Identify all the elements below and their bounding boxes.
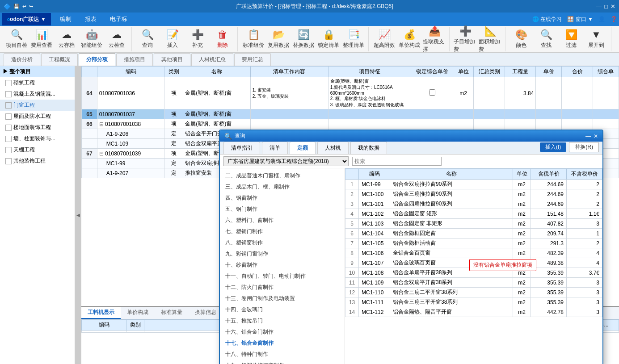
dialog-left-item-active[interactable]: 十七、铝合金窗制作 <box>220 338 345 349</box>
dialog-row-code: MC1-106 <box>359 248 390 258</box>
dialog-row-no: 1 <box>345 180 359 189</box>
dialog-row-name: 铝合金隔热、隔音平开窗 <box>390 307 513 317</box>
dialog-insert-btn[interactable]: 插入(I) <box>540 142 566 152</box>
dialog-table-row[interactable]: 2 MC1-100 铝合金三扇推拉窗90系列 m2 244.69 2 <box>345 189 602 199</box>
dialog-minimize-btn[interactable]: — <box>585 133 591 139</box>
dialog-left-item[interactable]: 三、成品木门、框、扇制作 <box>220 181 345 192</box>
dialog-left-item[interactable]: 七、塑钢门制作 <box>220 226 345 237</box>
dialog-row-name: 全铝合金百页窗 <box>390 248 513 258</box>
dialog-left-item[interactable]: 十四、全玻璃门 <box>220 304 345 315</box>
dialog-row-code: MC1-99 <box>359 180 390 189</box>
dialog-row-tax-price: 244.69 <box>531 180 567 189</box>
dialog-table-row[interactable]: 12 MC1-110 铝合金三扇二平开窗38系列 m2 355.39 3 <box>345 288 602 297</box>
dialog-title-bar: 🔍 查询 — ✕ <box>220 130 602 142</box>
dialog-row-code: MC1-108 <box>359 268 390 278</box>
dialog-row-no: 13 <box>345 297 359 307</box>
dialog-row-notax-price: 4 <box>567 248 602 258</box>
dialog-row-tax-price: 151.48 <box>531 209 567 219</box>
dialog-table-row[interactable]: 7 MC1-105 铝合金隐框活动窗 m2 291.3 2 <box>345 238 602 248</box>
dialog-row-name: 铝合金三扇推拉窗90系列 <box>390 189 513 199</box>
dialog-left-item[interactable]: 二、成品普通木门窗框、扇制作 <box>220 170 345 181</box>
dialog-table-row[interactable]: 11 MC1-109 铝合金双扇平开窗38系列 m2 355.39 3 <box>345 278 602 288</box>
dialog-row-notax-price: 3 <box>567 288 602 297</box>
dialog-row-name: 铝合金四扇推拉窗90系列 <box>390 199 513 209</box>
dialog-row-no: 3 <box>345 199 359 209</box>
dialog-row-no: 7 <box>345 238 359 248</box>
dialog-row-name: 铝合金双扇平开窗38系列 <box>390 278 513 288</box>
dialog-search-toolbar: 广东省房屋建筑与装饰工程综合定额(2018) <box>220 155 602 168</box>
dialog-col-name: 名称 <box>390 169 513 180</box>
dialog-table-row[interactable]: 6 MC1-104 铝合金隐框固定窗 m2 209.74 1 <box>345 229 602 238</box>
dialog-left-item[interactable]: 四、钢窗制作 <box>220 192 345 204</box>
dialog-row-code: MC1-107 <box>359 258 390 268</box>
dialog-left-item[interactable]: 十二、防火门窗制作 <box>220 282 345 293</box>
dialog-row-notax-price: 2 <box>567 199 602 209</box>
dialog-row-no: 2 <box>345 189 359 199</box>
dialog-left-item[interactable]: 十、纱窗制作 <box>220 259 345 271</box>
dialog-row-name: 铝合金固定窗 矩形 <box>390 209 513 219</box>
dialog-row-tax-price: 355.39 <box>531 297 567 307</box>
dialog-row-no: 5 <box>345 219 359 229</box>
dialog-replace-btn[interactable]: 替换(R) <box>569 142 599 152</box>
dialog-row-code: MC1-112 <box>359 307 390 317</box>
dialog-title-text: 查询 <box>235 132 245 140</box>
dialog-left-item[interactable]: 八、塑钢窗制作 <box>220 237 345 248</box>
dialog-row-tax-price: 244.69 <box>531 199 567 209</box>
dialog-row-no: 8 <box>345 248 359 258</box>
dialog-table-row[interactable]: 8 MC1-106 全铝合金百页窗 m2 482.39 4 <box>345 248 602 258</box>
dialog-left-item[interactable]: 十五、推拉吊门 <box>220 315 345 326</box>
dialog-row-notax-price: 2 <box>567 189 602 199</box>
dialog-row-tax-price: 442.78 <box>531 307 567 317</box>
dialog-left-item[interactable]: 十八、特种门制作 <box>220 349 345 360</box>
dialog-row-unit: m2 <box>513 288 531 297</box>
dialog-row-unit: m2 <box>513 278 531 288</box>
dialog-table-row[interactable]: 1 MC1-99 铝合金双扇推拉窗90系列 m2 244.69 2 <box>345 180 602 189</box>
dialog-row-unit: m2 <box>513 297 531 307</box>
dialog-quota-table: 编码 名称 单位 含税单价 不含税单价 1 MC1-99 铝合金双扇推拉窗90系… <box>345 168 602 317</box>
dialog-tab-bar: 清单指引 清单 定额 人材机 我的数据 插入(I) 替换(R) <box>220 142 602 155</box>
dialog-left-item[interactable]: 五、钢门制作 <box>220 204 345 215</box>
dialog-left-item[interactable]: 九、彩钢门窗制作 <box>220 248 345 259</box>
dialog-row-unit: m2 <box>513 248 531 258</box>
dialog-table-row[interactable]: 3 MC1-101 铝合金四扇推拉窗90系列 m2 244.69 2 <box>345 199 602 209</box>
dialog-row-no: 9 <box>345 258 359 268</box>
dialog-row-tax-price: 209.74 <box>531 229 567 238</box>
dialog-row-code: MC1-105 <box>359 238 390 248</box>
dialog-close-btn[interactable]: ✕ <box>594 133 598 139</box>
dialog-row-notax-price: 2 <box>567 238 602 248</box>
dialog-tab-quota[interactable]: 定额 <box>290 142 316 154</box>
dialog-table-row[interactable]: 4 MC1-102 铝合金固定窗 矩形 m2 151.48 1.1€ <box>345 209 602 219</box>
dialog-quota-select[interactable]: 广东省房屋建筑与装饰工程综合定额(2018) <box>223 156 349 166</box>
dialog-row-name: 铝合金固定窗 非矩形 <box>390 219 513 229</box>
dialog-left-item[interactable]: 十三、卷闸门制作及电动装置 <box>220 293 345 304</box>
dialog-col-tax-price: 含税单价 <box>531 169 567 180</box>
dialog-row-name: 铝合金隐框活动窗 <box>390 238 513 248</box>
dialog-row-code: MC1-101 <box>359 199 390 209</box>
dialog-row-notax-price: 2 <box>567 180 602 189</box>
dialog-row-tax-price: 355.39 <box>531 288 567 297</box>
dialog-left-item[interactable]: 十六、铝合金门制作 <box>220 326 345 338</box>
dialog-row-unit: m2 <box>513 189 531 199</box>
dialog-row-tax-price: 407.82 <box>531 219 567 229</box>
dialog-tab-materials[interactable]: 人材机 <box>317 142 349 154</box>
dialog-left-menu: 二、成品普通木门窗框、扇制作 三、成品木门、框、扇制作 四、钢窗制作 五、钢门制… <box>220 168 345 364</box>
dialog-table-row[interactable]: 5 MC1-103 铝合金固定窗 非矩形 m2 407.82 3 <box>345 219 602 229</box>
dialog-tab-list-guide[interactable]: 清单指引 <box>223 142 260 154</box>
dialog-row-unit: m2 <box>513 199 531 209</box>
dialog-table-row[interactable]: 13 MC1-111 铝合金三扇三平开窗38系列 m2 355.39 3 <box>345 297 602 307</box>
dialog-left-item[interactable]: 十一、自动门、转门、电动门制作 <box>220 271 345 282</box>
dialog-tab-list[interactable]: 清单 <box>262 142 288 154</box>
dialog-row-no: 10 <box>345 268 359 278</box>
query-dialog: 🔍 查询 — ✕ 清单指引 清单 定额 人材机 我的数据 插入(I) 替换(R)… <box>219 130 603 364</box>
dialog-row-notax-price: 4 <box>567 258 602 268</box>
dialog-table-row[interactable]: 14 MC1-112 铝合金隔热、隔音平开窗 m2 442.78 3 <box>345 307 602 317</box>
dialog-row-unit: m2 <box>513 219 531 229</box>
dialog-left-item[interactable]: 十九、铝塑共挤门窗制作 <box>220 360 345 364</box>
dialog-row-unit: m2 <box>513 209 531 219</box>
dialog-search-input[interactable] <box>352 157 442 166</box>
dialog-left-item[interactable]: 六、塑料门、窗制作 <box>220 215 345 226</box>
dialog-col-no <box>345 169 359 180</box>
dialog-row-name: 铝合金双扇推拉窗90系列 <box>390 180 513 189</box>
dialog-row-code: MC1-110 <box>359 288 390 297</box>
dialog-tab-my-data[interactable]: 我的数据 <box>350 142 387 154</box>
